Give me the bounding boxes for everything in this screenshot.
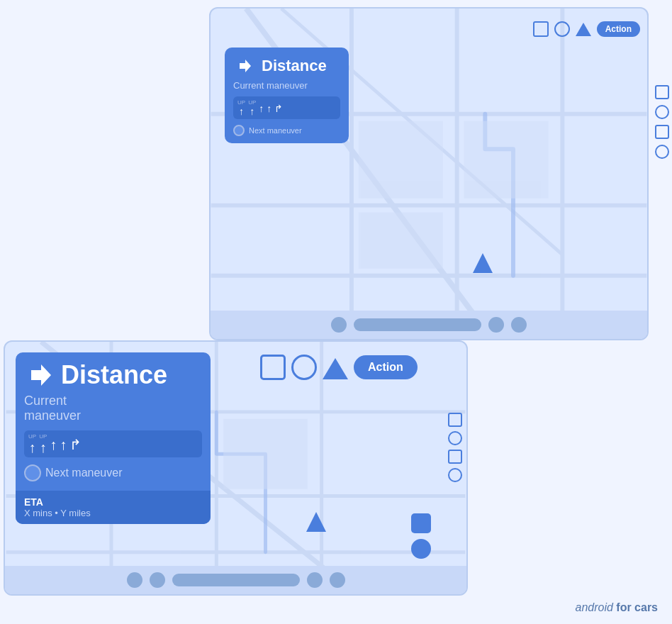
next-maneuver-large: Next maneuver [24,464,202,481]
android-cars-label: android for cars [575,601,658,614]
bottom-dot-l1 [127,572,142,588]
next-maneuver-dot-small [233,125,245,136]
bottom-pill [354,318,481,331]
lane-item-l4: ↑ [60,437,67,452]
lane-item-5: ↱ [274,103,283,113]
triangle-icon-large[interactable] [323,358,348,379]
nav-card-large: Distance Current maneuver UP ↑ UP ↑ ↑ ↑ [16,352,211,524]
nav-card-subtitle-small: Current maneuver [233,80,340,91]
right-side-panel [655,85,669,159]
lane-item-4: ↑ [267,103,271,113]
lane-item-2: UP ↑ [248,99,256,116]
bottom-dot-3 [511,317,527,333]
next-maneuver-dot-large [24,464,41,481]
next-maneuver-small: Next maneuver [233,125,340,136]
nav-card-title-large: Distance [61,360,167,390]
lane-item-l2: UP ↑ [39,433,47,455]
action-bar-small: Action [533,21,640,37]
turn-icon-large [24,360,55,391]
action-button-small[interactable]: Action [597,21,640,37]
right-circle-2[interactable] [655,145,669,159]
circle-icon-small[interactable] [554,21,570,37]
route-circle-1[interactable] [411,539,431,559]
nav-card-small: Distance Current maneuver UP ↑ UP ↑ ↑ ↑ [225,48,349,143]
lane-row-small: UP ↑ UP ↑ ↑ ↑ ↱ [233,96,340,119]
nav-card-subtitle-large: Current maneuver [24,394,202,423]
bottom-dot-2 [488,317,504,333]
action-bar-large: Action [260,355,418,380]
side-square-1[interactable] [448,413,462,427]
circle-icon-large[interactable] [291,355,317,380]
bottom-pill-large [172,574,300,586]
svg-rect-10 [359,213,443,269]
nav-arrow-small [473,253,493,273]
eta-bar: ETA X mins • Y miles [16,491,211,524]
nav-arrow-large [306,512,326,532]
nav-card-title-small: Distance [262,57,327,75]
small-screen: Action Distance Current maneuver UP ↑ UP… [209,7,649,340]
right-square-2[interactable] [655,125,669,139]
right-circle-1[interactable] [655,105,669,119]
svg-rect-8 [359,121,443,199]
svg-marker-21 [31,364,51,386]
eta-label: ETA [24,496,202,508]
lane-item-l5: ↱ [69,437,82,452]
bottom-dot-1 [331,317,347,333]
square-icon-large[interactable] [260,355,286,380]
lane-item-l1: UP ↑ [28,433,36,455]
side-circle-2[interactable] [448,468,462,482]
bottom-bar-small [211,311,647,339]
action-button-large[interactable]: Action [354,355,418,379]
route-controls [411,513,431,559]
side-controls-large [448,413,462,482]
right-square-1[interactable] [655,85,669,99]
triangle-icon-small[interactable] [576,23,591,36]
large-screen: Action Distance Current maneuver UP ↑ UP… [4,340,468,596]
side-square-2[interactable] [448,450,462,464]
svg-marker-11 [240,60,251,72]
route-square-1[interactable] [411,513,431,533]
svg-rect-9 [464,121,549,199]
bottom-bar-large [5,566,466,594]
lane-item-3: ↑ [259,103,264,113]
svg-rect-20 [223,419,308,489]
lane-item-l3: ↑ [50,437,57,452]
eta-value: X mins • Y miles [24,508,202,518]
square-icon-small[interactable] [533,21,549,37]
lane-row-large: UP ↑ UP ↑ ↑ ↑ ↱ [24,430,202,457]
side-circle-1[interactable] [448,431,462,445]
turn-icon-small [233,55,256,77]
bottom-dot-l2 [150,572,165,588]
bottom-dot-l3 [307,572,323,588]
bottom-dot-l4 [330,572,345,588]
lane-item-1: UP ↑ [237,99,245,116]
